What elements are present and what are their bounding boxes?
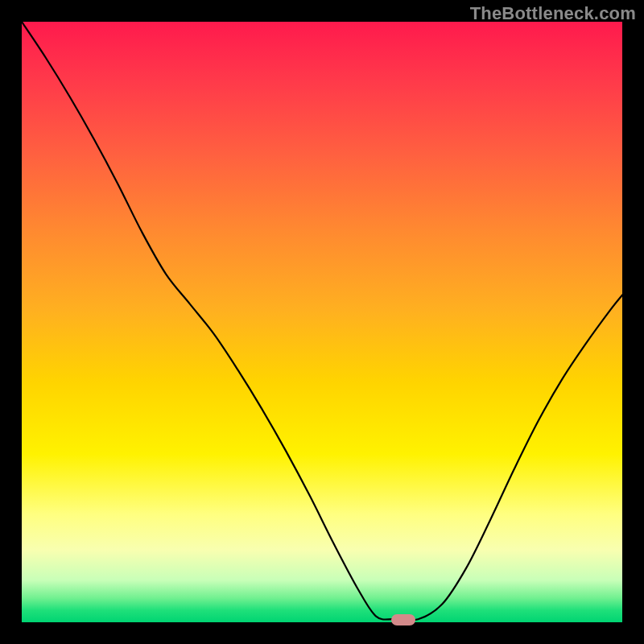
chart-frame: TheBottleneck.com xyxy=(0,0,644,644)
curve-path xyxy=(22,22,622,621)
bottleneck-curve xyxy=(22,22,622,622)
plot-area xyxy=(22,22,622,622)
watermark-text: TheBottleneck.com xyxy=(470,3,636,24)
optimal-marker xyxy=(391,614,415,625)
